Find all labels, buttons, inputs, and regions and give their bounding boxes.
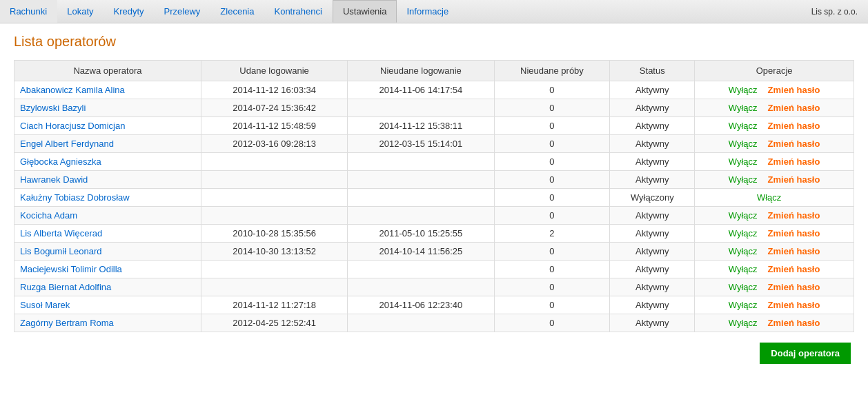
column-header: Status	[610, 61, 695, 81]
successful-login: 2014-07-24 15:36:42	[201, 99, 347, 117]
failed-login: 2014-11-06 12:23:40	[348, 296, 494, 314]
operator-name-link[interactable]: Zagórny Bertram Roma	[20, 318, 114, 328]
successful-login: 2010-10-28 15:35:56	[201, 225, 347, 243]
change-password-button[interactable]: Zmień hasło	[768, 103, 820, 113]
status-badge: Aktywny	[610, 243, 695, 261]
disable-button[interactable]: Wyłącz	[729, 264, 758, 274]
successful-login: 2014-11-12 16:03:34	[201, 81, 347, 99]
enable-button[interactable]: Włącz	[757, 192, 781, 203]
operations-cell: WyłączZmień hasło	[695, 99, 854, 117]
operator-name-link[interactable]: Kocicha Adam	[20, 210, 77, 221]
table-row: Zagórny Bertram Roma2012-04-25 12:52:410…	[14, 314, 854, 332]
successful-login	[201, 171, 347, 189]
disable-button[interactable]: Wyłącz	[729, 210, 758, 221]
successful-login: 2014-10-30 13:13:52	[201, 243, 347, 261]
successful-login	[201, 278, 347, 296]
disable-button[interactable]: Wyłącz	[729, 121, 758, 131]
table-row: Kocicha Adam0AktywnyWyłączZmień hasło	[14, 207, 854, 225]
operator-name-link[interactable]: Hawranek Dawid	[20, 174, 88, 185]
operator-name-link[interactable]: Maciejewski Tolimir Odilla	[20, 264, 122, 274]
nav-item-zlecenia[interactable]: Zlecenia	[210, 0, 264, 23]
status-badge: Aktywny	[610, 81, 695, 99]
nav-item-informacje[interactable]: Informacje	[397, 0, 459, 23]
failed-attempts: 0	[494, 99, 610, 117]
failed-login	[348, 314, 494, 332]
table-header: Nazwa operatoraUdane logowanieNieudane l…	[14, 61, 854, 81]
disable-button[interactable]: Wyłącz	[729, 246, 758, 256]
change-password-button[interactable]: Zmień hasło	[768, 282, 820, 292]
table-row: Kałużny Tobiasz Dobrosław0WyłączonyWłącz	[14, 189, 854, 207]
operator-name-link[interactable]: Engel Albert Ferdynand	[20, 139, 114, 149]
disable-button[interactable]: Wyłącz	[729, 139, 758, 149]
change-password-button[interactable]: Zmień hasło	[768, 85, 820, 95]
nav-item-przelewy[interactable]: Przelewy	[155, 0, 211, 23]
disable-button[interactable]: Wyłącz	[729, 156, 758, 167]
disable-button[interactable]: Wyłącz	[729, 300, 758, 310]
nav-item-kredyty[interactable]: Kredyty	[104, 0, 155, 23]
failed-attempts: 0	[494, 278, 610, 296]
change-password-button[interactable]: Zmień hasło	[768, 174, 820, 185]
operations-cell: WyłączZmień hasło	[695, 117, 854, 135]
change-password-button[interactable]: Zmień hasło	[768, 318, 820, 328]
page-title: Lista operatorów	[14, 34, 854, 50]
operator-name-link[interactable]: Ciach Horacjusz Domicjan	[20, 121, 125, 131]
change-password-button[interactable]: Zmień hasło	[768, 121, 820, 131]
disable-button[interactable]: Wyłącz	[729, 228, 758, 238]
nav-item-kontrahenci[interactable]: Kontrahenci	[264, 0, 332, 23]
disable-button[interactable]: Wyłącz	[729, 282, 758, 292]
column-header: Operacje	[695, 61, 854, 81]
failed-login	[348, 99, 494, 117]
failed-attempts: 0	[494, 261, 610, 278]
table-row: Hawranek Dawid0AktywnyWyłączZmień hasło	[14, 171, 854, 189]
add-operator-container: Dodaj operatora	[14, 343, 854, 364]
failed-login	[348, 207, 494, 225]
table-body: Abakanowicz Kamila Alina2014-11-12 16:03…	[14, 81, 854, 332]
main-content: Lista operatorów Nazwa operatoraUdane lo…	[0, 23, 868, 374]
status-badge: Aktywny	[610, 171, 695, 189]
successful-login: 2014-11-12 11:27:18	[201, 296, 347, 314]
nav-item-rachunki[interactable]: Rachunki	[0, 0, 57, 23]
operator-name-link[interactable]: Lis Alberta Więcerad	[20, 228, 102, 238]
status-badge: Aktywny	[610, 99, 695, 117]
column-header: Udane logowanie	[201, 61, 347, 81]
operator-name-link[interactable]: Lis Bogumił Leonard	[20, 246, 102, 256]
column-header: Nieudane próby	[494, 61, 610, 81]
table-row: Ciach Horacjusz Domicjan2014-11-12 15:48…	[14, 117, 854, 135]
successful-login: 2014-11-12 15:48:59	[201, 117, 347, 135]
change-password-button[interactable]: Zmień hasło	[768, 300, 820, 310]
failed-attempts: 2	[494, 225, 610, 243]
successful-login: 2012-04-25 12:52:41	[201, 314, 347, 332]
table-row: Abakanowicz Kamila Alina2014-11-12 16:03…	[14, 81, 854, 99]
table-header-row: Nazwa operatoraUdane logowanieNieudane l…	[14, 61, 854, 81]
failed-attempts: 0	[494, 117, 610, 135]
disable-button[interactable]: Wyłącz	[729, 103, 758, 113]
operator-name-link[interactable]: Kałużny Tobiasz Dobrosław	[20, 192, 130, 203]
operations-cell: WyłączZmień hasło	[695, 225, 854, 243]
operations-cell: WyłączZmień hasło	[695, 135, 854, 153]
change-password-button[interactable]: Zmień hasło	[768, 264, 820, 274]
operator-name-link[interactable]: Bzylowski Bazyli	[20, 103, 86, 113]
change-password-button[interactable]: Zmień hasło	[768, 156, 820, 167]
successful-login: 2012-03-16 09:28:13	[201, 135, 347, 153]
disable-button[interactable]: Wyłącz	[729, 318, 758, 328]
failed-login: 2014-10-14 11:56:25	[348, 243, 494, 261]
change-password-button[interactable]: Zmień hasło	[768, 228, 820, 238]
change-password-button[interactable]: Zmień hasło	[768, 139, 820, 149]
add-operator-button[interactable]: Dodaj operatora	[760, 343, 851, 364]
table-row: Maciejewski Tolimir Odilla0AktywnyWyłącz…	[14, 261, 854, 278]
table-row: Lis Bogumił Leonard2014-10-30 13:13:5220…	[14, 243, 854, 261]
operator-name-link[interactable]: Susoł Marek	[20, 300, 70, 310]
operations-cell: WyłączZmień hasło	[695, 207, 854, 225]
successful-login	[201, 153, 347, 171]
nav-item-lokaty[interactable]: Lokaty	[57, 0, 103, 23]
change-password-button[interactable]: Zmień hasło	[768, 210, 820, 221]
disable-button[interactable]: Wyłącz	[729, 85, 758, 95]
operator-name-link[interactable]: Ruzga Biernat Adolfina	[20, 282, 111, 292]
operator-name-link[interactable]: Abakanowicz Kamila Alina	[20, 85, 125, 95]
nav-item-ustawienia[interactable]: Ustawienia	[333, 0, 397, 23]
disable-button[interactable]: Wyłącz	[729, 174, 758, 185]
change-password-button[interactable]: Zmień hasło	[768, 246, 820, 256]
main-nav: RachunkiLokatyKredytyPrzelewyZleceniaKon…	[0, 0, 459, 23]
column-header: Nieudane logowanie	[348, 61, 494, 81]
operator-name-link[interactable]: Głębocka Agnieszka	[20, 156, 101, 167]
